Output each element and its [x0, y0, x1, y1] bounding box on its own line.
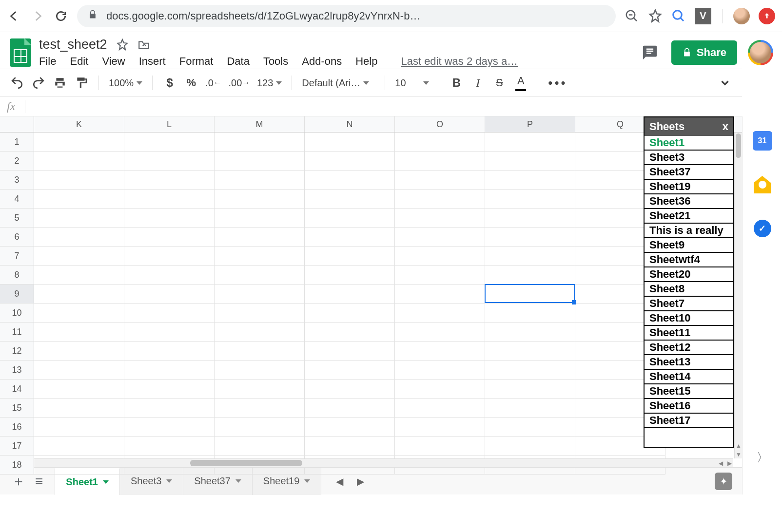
sheets-list-item[interactable]: Sheet21 — [645, 209, 733, 224]
chevron-down-icon[interactable] — [166, 479, 172, 483]
hide-side-panel-button[interactable]: 〉 — [757, 450, 768, 465]
italic-button[interactable]: I — [470, 75, 485, 91]
sheets-list-item[interactable]: Sheet15 — [645, 384, 733, 399]
cell[interactable] — [215, 304, 305, 323]
row-header[interactable]: 15 — [0, 399, 34, 418]
cell[interactable] — [305, 247, 395, 266]
cell[interactable] — [485, 152, 575, 171]
cell[interactable] — [34, 209, 124, 228]
cell[interactable] — [485, 266, 575, 285]
cell[interactable] — [124, 418, 215, 437]
cell[interactable] — [395, 285, 485, 304]
sheets-list-item[interactable]: Sheet14 — [645, 370, 733, 384]
cell[interactable] — [395, 228, 485, 247]
keep-icon[interactable] — [753, 175, 772, 194]
cell[interactable] — [485, 399, 575, 418]
cell[interactable] — [124, 247, 215, 266]
scroll-left-icon[interactable]: ◀ — [717, 459, 724, 467]
cell[interactable] — [34, 342, 124, 361]
cell[interactable] — [485, 133, 575, 152]
cell[interactable] — [34, 152, 124, 171]
sheets-list-item[interactable]: Sheet9 — [645, 238, 733, 253]
row-header[interactable]: 13 — [0, 361, 34, 380]
forward-button[interactable] — [30, 9, 45, 23]
cell[interactable] — [395, 437, 485, 456]
text-color-button[interactable]: A — [513, 75, 528, 91]
cell[interactable] — [305, 304, 395, 323]
cell[interactable] — [485, 304, 575, 323]
cell[interactable] — [485, 323, 575, 342]
all-sheets-button[interactable]: ≡ — [35, 474, 43, 489]
sheets-list-item[interactable]: Sheet20 — [645, 267, 733, 282]
cell[interactable] — [305, 399, 395, 418]
cell[interactable] — [34, 380, 124, 399]
cell[interactable] — [395, 323, 485, 342]
scroll-tabs-left-button[interactable]: ◀ — [336, 475, 343, 487]
row-header[interactable]: 2 — [0, 152, 34, 171]
column-header[interactable]: M — [215, 116, 305, 132]
sheets-list-item[interactable]: Sheetwtf4 — [645, 253, 733, 267]
cell[interactable] — [305, 418, 395, 437]
cell[interactable] — [34, 304, 124, 323]
cell[interactable] — [485, 190, 575, 209]
spreadsheet-grid[interactable]: KLMNOPQ 123456789101112131415161718 ▲ ▼ … — [0, 116, 742, 467]
cell[interactable] — [395, 190, 485, 209]
back-button[interactable] — [7, 9, 21, 23]
cell[interactable] — [124, 304, 215, 323]
row-header[interactable]: 5 — [0, 209, 34, 228]
sheets-list-item[interactable]: Sheet11 — [645, 326, 733, 341]
tasks-icon[interactable] — [753, 219, 772, 238]
font-size-dropdown[interactable]: 10 — [395, 77, 429, 89]
cell[interactable] — [305, 209, 395, 228]
row-header[interactable]: 12 — [0, 342, 34, 361]
sheets-list-item[interactable]: Sheet10 — [645, 311, 733, 326]
select-all-corner[interactable] — [0, 116, 34, 132]
cell[interactable] — [124, 133, 215, 152]
cell[interactable] — [215, 361, 305, 380]
calendar-icon[interactable]: 31 — [753, 131, 772, 151]
cell[interactable] — [395, 380, 485, 399]
sheets-list-item[interactable]: This is a really — [645, 224, 733, 238]
scrollbar-thumb[interactable] — [190, 460, 302, 466]
cell[interactable] — [305, 133, 395, 152]
cell[interactable] — [395, 418, 485, 437]
star-icon[interactable] — [116, 38, 129, 51]
cell[interactable] — [34, 285, 124, 304]
cell[interactable] — [124, 323, 215, 342]
cell[interactable] — [395, 209, 485, 228]
last-edit-link[interactable]: Last edit was 2 days a… — [401, 55, 518, 68]
sheets-list-item[interactable]: Sheet8 — [645, 282, 733, 297]
menu-tools[interactable]: Tools — [263, 55, 288, 68]
cell[interactable] — [305, 380, 395, 399]
row-header[interactable]: 7 — [0, 247, 34, 266]
cell[interactable] — [124, 152, 215, 171]
cell[interactable] — [485, 380, 575, 399]
chevron-down-icon[interactable] — [304, 479, 310, 483]
menu-file[interactable]: File — [39, 55, 56, 68]
chevron-down-icon[interactable] — [235, 479, 241, 483]
cell[interactable] — [124, 228, 215, 247]
cell[interactable] — [34, 190, 124, 209]
cell[interactable] — [305, 437, 395, 456]
move-to-folder-icon[interactable] — [137, 38, 150, 51]
row-header[interactable]: 4 — [0, 190, 34, 209]
cell[interactable] — [215, 133, 305, 152]
column-header[interactable]: P — [485, 116, 575, 132]
cell[interactable] — [215, 228, 305, 247]
cell[interactable] — [124, 266, 215, 285]
scroll-down-icon[interactable]: ▼ — [735, 451, 743, 458]
sheets-list-item[interactable]: Sheet17 — [645, 414, 733, 428]
sheets-list-item[interactable]: Sheet36 — [645, 194, 733, 209]
row-header[interactable]: 1 — [0, 133, 34, 152]
column-header[interactable]: L — [124, 116, 215, 132]
menu-data[interactable]: Data — [227, 55, 249, 68]
cell[interactable] — [124, 190, 215, 209]
cell[interactable] — [34, 399, 124, 418]
cell[interactable] — [124, 361, 215, 380]
cell[interactable] — [215, 437, 305, 456]
reload-button[interactable] — [54, 9, 68, 23]
cell[interactable] — [485, 418, 575, 437]
row-header[interactable]: 11 — [0, 323, 34, 342]
sheets-list-item[interactable]: Sheet1 — [645, 136, 733, 151]
cell[interactable] — [34, 266, 124, 285]
